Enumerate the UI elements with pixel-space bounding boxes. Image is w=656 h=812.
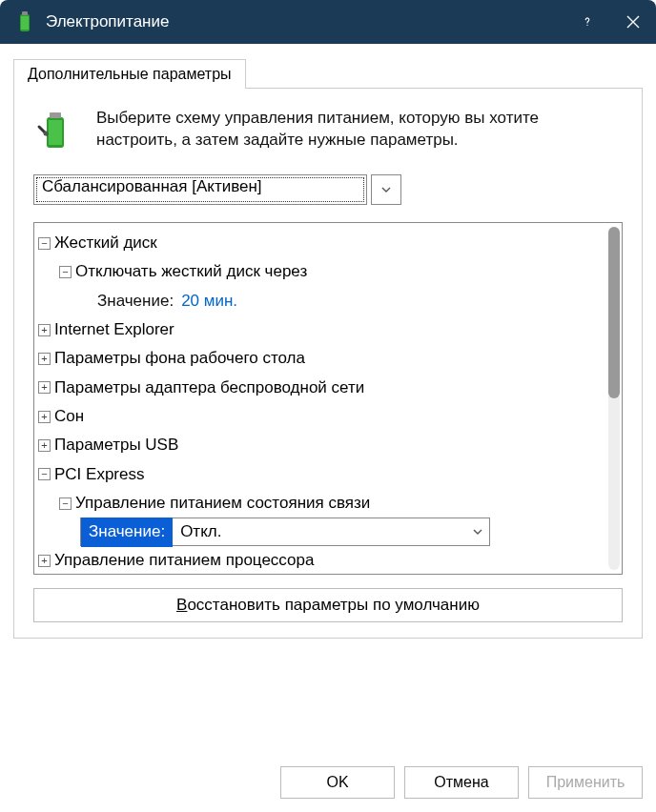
- chevron-down-icon[interactable]: [466, 527, 489, 537]
- battery-icon: [13, 10, 36, 33]
- dialog-footer: OK Отмена Применить: [280, 766, 643, 799]
- svg-rect-1: [22, 11, 28, 15]
- value-label: Значение:: [97, 289, 174, 314]
- tree-item-wifi[interactable]: Параметры адаптера беспроводной сети: [54, 376, 364, 400]
- tree-item-cpu[interactable]: Управление питанием процессора: [54, 548, 314, 573]
- pci-value: Откл.: [173, 518, 466, 546]
- tree-item-desktop[interactable]: Параметры фона рабочего стола: [54, 346, 305, 371]
- expand-icon[interactable]: +: [38, 411, 51, 423]
- pci-value-select[interactable]: Значение: Откл.: [80, 518, 490, 546]
- apply-button: Применить: [528, 766, 643, 799]
- titlebar: Электропитание: [0, 0, 656, 44]
- dialog-content: Дополнительные параметры Выберите схему …: [0, 44, 656, 812]
- scrollbar-thumb[interactable]: [608, 227, 620, 398]
- intro-text: Выберите схему управления питанием, кото…: [96, 108, 623, 153]
- cancel-button[interactable]: Отмена: [404, 766, 519, 799]
- tree-item-ie[interactable]: Internet Explorer: [54, 317, 174, 342]
- value-label-selected: Значение:: [81, 518, 173, 546]
- collapse-icon[interactable]: −: [59, 266, 72, 278]
- help-button[interactable]: [564, 0, 610, 44]
- restore-defaults-button[interactable]: Восстановить параметры по умолчанию: [33, 588, 623, 622]
- hdd-value[interactable]: 20 мин.: [181, 289, 237, 314]
- svg-rect-5: [49, 120, 62, 145]
- tab-body: Выберите схему управления питанием, кото…: [13, 88, 643, 639]
- close-button[interactable]: [610, 0, 656, 44]
- collapse-icon[interactable]: −: [59, 497, 72, 510]
- expand-icon[interactable]: +: [38, 324, 51, 336]
- expand-icon[interactable]: +: [38, 555, 51, 567]
- window-title: Электропитание: [46, 12, 564, 31]
- expand-icon[interactable]: +: [38, 439, 51, 452]
- expand-icon[interactable]: +: [38, 381, 51, 394]
- tree-item-hdd-off[interactable]: Отключать жесткий диск через: [75, 259, 307, 284]
- svg-rect-4: [50, 112, 61, 118]
- tree-item-pci[interactable]: PCI Express: [54, 462, 144, 487]
- settings-tree: − Жесткий диск − Отключать жесткий диск …: [33, 222, 623, 575]
- collapse-icon[interactable]: −: [38, 468, 51, 480]
- svg-rect-2: [21, 16, 29, 30]
- tree-item-hdd[interactable]: Жесткий диск: [54, 231, 157, 255]
- svg-point-6: [44, 132, 49, 136]
- tab-advanced[interactable]: Дополнительные параметры: [13, 59, 246, 89]
- ok-button[interactable]: OK: [280, 766, 395, 799]
- power-plan-dropdown-button[interactable]: [371, 174, 401, 205]
- power-plan-select[interactable]: Сбалансированная [Активен]: [33, 174, 367, 205]
- collapse-icon[interactable]: −: [38, 237, 51, 250]
- tree-item-usb[interactable]: Параметры USB: [54, 433, 178, 457]
- tree-item-sleep[interactable]: Сон: [54, 404, 84, 429]
- power-plan-icon: [33, 108, 79, 153]
- expand-icon[interactable]: +: [38, 353, 51, 365]
- tree-item-pci-link[interactable]: Управление питанием состояния связи: [75, 491, 370, 516]
